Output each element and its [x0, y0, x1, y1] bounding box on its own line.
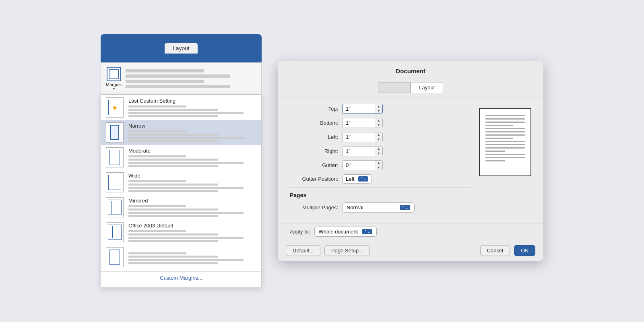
margin-preset-icon-blank [106, 247, 124, 267]
menu-item-lines [128, 230, 256, 242]
menu-item-name: Office 2003 Default [128, 223, 256, 229]
apply-to-label: Apply to: [290, 229, 310, 235]
dialog-body: Top: ▲ ▼ Bottom: ▲ ▼ [278, 97, 543, 223]
right-margin-up[interactable]: ▲ [375, 147, 382, 151]
gutter-row: Gutter: ▲ ▼ [290, 160, 471, 170]
ribbon-line [126, 74, 230, 78]
dialog-form: Top: ▲ ▼ Bottom: ▲ ▼ [290, 104, 471, 217]
multiple-pages-select[interactable]: Normal ⌃⌄ [342, 202, 415, 213]
ok-button[interactable]: OK [514, 245, 535, 256]
tab-layout[interactable]: Layout [411, 82, 443, 93]
multiple-pages-label: Multiple Pages: [290, 204, 338, 211]
ribbon-tab-layout[interactable]: Layout [165, 43, 198, 54]
bottom-margin-row: Bottom: ▲ ▼ [290, 118, 471, 128]
gutter-up[interactable]: ▲ [375, 161, 382, 165]
footer-right: Cancel OK [480, 245, 535, 256]
margin-preset-icon-narrow [106, 122, 124, 142]
menu-item-name: Mirrored [128, 198, 256, 204]
menu-item-lines [128, 155, 256, 167]
list-item[interactable]: Mirrored [101, 195, 261, 220]
bottom-margin-stepper: ▲ ▼ [375, 118, 382, 128]
margin-preset-icon-moderate [106, 147, 124, 167]
left-panel: Layout Margins ▾ ★ Last Custom Setting [101, 34, 262, 288]
apply-to-arrow: ⌃⌄ [362, 229, 372, 234]
top-margin-down[interactable]: ▼ [375, 109, 382, 114]
ribbon-bar: Layout [101, 34, 262, 62]
section-divider [290, 188, 471, 188]
menu-item-name: Narrow [128, 123, 256, 129]
right-margin-input[interactable] [343, 147, 375, 155]
margins-dropdown: ★ Last Custom Setting Narrow [101, 95, 262, 288]
ribbon-line [126, 85, 230, 88]
pages-title: Pages [290, 192, 471, 198]
document-dialog: Document Layout Top: ▲ ▼ Bottom: [278, 61, 543, 261]
multiple-pages-row: Multiple Pages: Normal ⌃⌄ [290, 202, 471, 213]
gutter-stepper: ▲ ▼ [375, 161, 382, 170]
bottom-margin-input[interactable] [343, 119, 375, 127]
multiple-pages-arrow: ⌃⌄ [400, 205, 410, 210]
top-margin-up[interactable]: ▲ [375, 104, 382, 109]
right-margin-stepper: ▲ ▼ [375, 147, 382, 156]
menu-item-name: Moderate [128, 148, 256, 154]
list-item[interactable] [101, 245, 261, 270]
ribbon-line [126, 69, 204, 72]
margin-preset-icon: ★ [106, 97, 124, 118]
bottom-margin-up[interactable]: ▲ [375, 118, 382, 123]
menu-item-lines [128, 252, 256, 264]
menu-item-lines [128, 180, 256, 192]
gutter-down[interactable]: ▼ [375, 165, 382, 170]
gutter-position-value: Left [346, 176, 355, 182]
left-margin-stepper: ▲ ▼ [375, 132, 382, 142]
top-margin-row: Top: ▲ ▼ [290, 104, 471, 114]
ribbon-line [126, 80, 204, 83]
apply-to-value: Whole document [319, 229, 358, 235]
page-setup-button[interactable]: Page Setup... [324, 245, 370, 256]
left-margin-down[interactable]: ▼ [375, 137, 382, 142]
margin-preset-icon-mirrored [106, 197, 124, 217]
custom-margins-button[interactable]: Custom Margins... [101, 271, 261, 284]
margin-preset-icon-office [106, 222, 124, 242]
top-margin-input-group: ▲ ▼ [342, 104, 383, 114]
margins-button[interactable]: Margins ▾ [106, 67, 122, 91]
gutter-input-group: ▲ ▼ [342, 160, 383, 170]
dialog-title: Document [278, 61, 543, 78]
margins-dropdown-arrow: ▾ [113, 87, 115, 91]
bottom-margin-input-group: ▲ ▼ [342, 118, 383, 128]
right-margin-label: Right: [290, 148, 338, 154]
list-item[interactable]: Office 2003 Default [101, 220, 261, 245]
right-margin-down[interactable]: ▼ [375, 151, 382, 156]
right-margin-input-group: ▲ ▼ [342, 146, 383, 156]
list-item[interactable]: Moderate [101, 145, 261, 170]
gutter-position-label: Gutter Position: [290, 176, 338, 182]
menu-item-lines [128, 205, 256, 217]
preview-lines [485, 115, 525, 161]
bottom-margin-label: Bottom: [290, 120, 338, 126]
ribbon-placeholder [126, 69, 256, 88]
list-item[interactable]: Narrow [101, 120, 261, 145]
gutter-position-select[interactable]: Left ⌃⌄ [342, 174, 372, 184]
list-item[interactable]: Wide [101, 170, 261, 195]
menu-item-name: Last Custom Setting [128, 98, 256, 104]
list-item[interactable]: ★ Last Custom Setting [101, 95, 261, 120]
apply-to-select[interactable]: Whole document ⌃⌄ [314, 227, 377, 237]
tab-margins[interactable] [378, 82, 411, 93]
default-button[interactable]: Default... [286, 245, 320, 256]
left-margin-input-group: ▲ ▼ [342, 132, 383, 142]
left-margin-up[interactable]: ▲ [375, 132, 382, 137]
top-margin-input[interactable] [343, 105, 375, 113]
top-margin-stepper: ▲ ▼ [375, 104, 382, 114]
cancel-button[interactable]: Cancel [480, 245, 510, 256]
ribbon-content: Margins ▾ [101, 62, 262, 95]
top-margin-label: Top: [290, 106, 338, 112]
menu-item-lines [128, 105, 256, 117]
gutter-label: Gutter: [290, 162, 338, 168]
gutter-input[interactable] [343, 161, 375, 169]
gutter-position-arrow: ⌃⌄ [358, 176, 368, 182]
left-margin-row: Left: ▲ ▼ [290, 132, 471, 142]
multiple-pages-value: Normal [347, 204, 363, 211]
page-preview [479, 108, 531, 176]
pages-section: Pages Multiple Pages: Normal ⌃⌄ [290, 192, 471, 213]
left-margin-input[interactable] [343, 133, 375, 141]
margins-label: Margins [106, 82, 122, 87]
bottom-margin-down[interactable]: ▼ [375, 123, 382, 128]
